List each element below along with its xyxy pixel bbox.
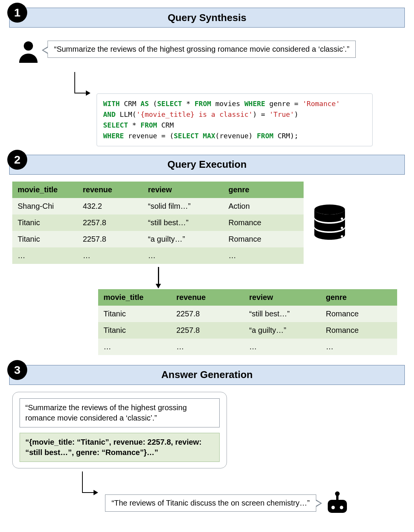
svg-rect-7 <box>328 500 347 513</box>
svg-point-1 <box>314 205 345 214</box>
stage1-body: “Summarize the reviews of the highest gr… <box>9 39 405 146</box>
arrow-table1-to-table2 <box>158 267 159 288</box>
table-row: ………… <box>12 247 304 264</box>
col-header: review <box>244 289 320 306</box>
sql-code-box: WITH CRM AS (SELECT * FROM movies WHERE … <box>97 93 373 146</box>
table-row: Titanic2257.8“still best…”Romance <box>98 306 397 322</box>
user-query-row: “Summarize the reviews of the highest gr… <box>16 39 405 65</box>
answer-speech: “The reviews of Titanic discuss the on s… <box>105 494 316 512</box>
col-header: genre <box>223 182 304 198</box>
prompt-query-box: “Summarize the reviews of the highest gr… <box>20 398 220 427</box>
robot-icon <box>325 490 350 517</box>
table-row: Titanic2257.8“a guilty…”Romance <box>12 231 304 247</box>
table-row: Titanic2257.8“still best…”Romance <box>12 214 304 231</box>
table-row: Titanic2257.8“a guilty…”Romance <box>98 322 397 339</box>
col-header: movie_title <box>98 289 171 306</box>
arrow-query-to-sql <box>74 72 90 93</box>
svg-point-2 <box>341 218 343 220</box>
stage-badge-2: 2 <box>7 150 27 170</box>
answer-row: “The reviews of Titanic discuss the on s… <box>105 490 405 517</box>
user-icon <box>16 39 41 65</box>
user-query-speech: “Summarize the reviews of the highest gr… <box>48 41 356 58</box>
input-table: movie_title revenue review genre Shang-C… <box>12 182 304 264</box>
col-header: revenue <box>77 182 143 198</box>
table-row: Shang-Chi432.2“solid film…”Action <box>12 198 304 214</box>
stage-header-2: 2 Query Execution <box>9 155 405 175</box>
figure-caption: Figure 1: An example TAG implementation … <box>9 530 405 532</box>
svg-point-4 <box>341 235 343 237</box>
svg-point-3 <box>341 227 343 229</box>
col-header: revenue <box>171 289 244 306</box>
stage-title-2: Query Execution <box>168 159 247 170</box>
prompt-data-box: “{movie_title: “Titanic”, revenue: 2257.… <box>20 433 220 462</box>
stage-title-3: Answer Generation <box>161 369 253 381</box>
stage2-body: movie_title revenue review genre Shang-C… <box>9 182 405 355</box>
svg-rect-6 <box>336 495 338 500</box>
stage-header-1: 1 Query Synthesis <box>9 8 405 28</box>
output-table: movie_title revenue review genre Titanic… <box>98 289 397 355</box>
stage-header-3: 3 Answer Generation <box>9 365 405 385</box>
svg-point-8 <box>331 506 335 509</box>
arrow-prompt-to-answer <box>82 471 97 493</box>
stage-title-1: Query Synthesis <box>168 12 246 24</box>
col-header: genre <box>320 289 397 306</box>
svg-point-0 <box>24 41 33 51</box>
col-header: review <box>143 182 223 198</box>
prompt-card: “Summarize the reviews of the highest gr… <box>12 392 227 468</box>
col-header: movie_title <box>12 182 77 198</box>
stage-badge-3: 3 <box>7 360 27 380</box>
database-icon <box>310 203 349 242</box>
stage3-body: “Summarize the reviews of the highest gr… <box>9 392 405 517</box>
stage-badge-1: 1 <box>7 3 27 23</box>
svg-point-9 <box>340 506 343 509</box>
table-row: ………… <box>98 339 397 355</box>
